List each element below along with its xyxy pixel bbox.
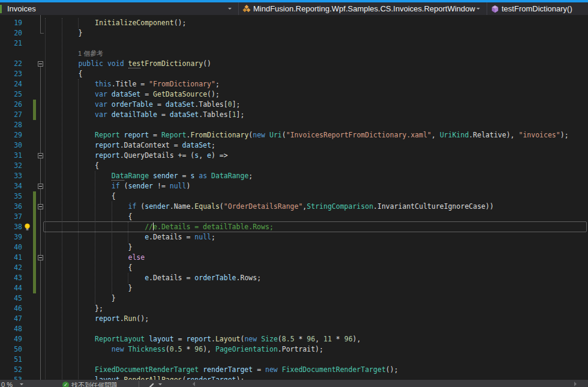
code-text: ReportLayout layout = report.Layout(new … <box>45 334 361 344</box>
line-number: 42 <box>0 263 22 273</box>
line-number: 32 <box>0 161 22 171</box>
glyph-margin <box>22 38 32 49</box>
member-dropdown[interactable]: testFromDictionary() <box>487 2 588 15</box>
glyph-margin <box>22 314 32 324</box>
fold-collapse-toggle[interactable] <box>38 61 43 67</box>
code-text: if (sender != null) <box>45 181 190 191</box>
fold-margin <box>36 293 45 304</box>
fold-margin <box>36 100 45 110</box>
line-number: 49 <box>0 334 22 344</box>
line-number: 51 <box>0 355 22 365</box>
fold-margin <box>36 344 45 355</box>
code-line: 49 ReportLayout layout = report.Layout(n… <box>0 334 588 344</box>
code-line: 35 { <box>0 191 588 202</box>
code-line: 21 <box>0 38 588 49</box>
code-line: 29 Report report = Report.FromDictionary… <box>0 130 588 140</box>
fold-margin <box>36 171 45 181</box>
code-text: } <box>45 242 132 253</box>
glyph-margin <box>22 344 32 355</box>
glyph-margin <box>22 120 32 130</box>
fold-collapse-toggle[interactable] <box>38 184 43 189</box>
line-number: 25 <box>0 89 22 100</box>
class-icon <box>242 5 251 13</box>
codelens-references[interactable]: 1 個參考 <box>45 49 103 59</box>
type-dropdown[interactable]: MindFusion.Reporting.Wpf.Samples.CS.Invo… <box>239 2 487 15</box>
glyph-margin <box>22 324 32 334</box>
fold-margin <box>36 222 45 232</box>
code-line: 47 report.Run(); <box>0 314 588 324</box>
chevron-down-icon[interactable] <box>20 383 23 387</box>
code-line: 51 <box>0 355 588 365</box>
line-number: 29 <box>0 130 22 140</box>
line-number: 38 <box>0 222 22 232</box>
line-number: 20 <box>0 28 22 38</box>
line-number: 19 <box>0 18 22 28</box>
chevron-down-icon[interactable] <box>476 8 480 11</box>
fold-margin <box>36 263 45 273</box>
fold-margin <box>36 242 45 253</box>
glyph-margin <box>22 365 32 375</box>
fold-margin <box>36 304 45 314</box>
code-line: 44 } <box>0 283 588 293</box>
glyph-margin <box>22 151 32 161</box>
code-line: 24 this.Title = "FromDictionary"; <box>0 79 588 89</box>
type-dropdown-label: MindFusion.Reporting.Wpf.Samples.CS.Invo… <box>253 4 475 13</box>
code-text: { <box>45 212 132 222</box>
code-text: public void testFromDictionary() <box>45 59 211 69</box>
fold-margin <box>36 151 45 161</box>
fold-margin <box>36 273 45 283</box>
glyph-margin <box>22 293 32 304</box>
glyph-margin <box>22 49 32 59</box>
scroll-left-arrow-icon[interactable] <box>190 382 195 386</box>
edit-pencil-icon[interactable] <box>148 381 155 387</box>
code-line: 46 }; <box>0 304 588 314</box>
code-text: InitializeComponent(); <box>45 18 186 28</box>
code-line: 20 } <box>0 28 588 38</box>
glyph-margin <box>22 171 32 181</box>
check-circle-icon[interactable]: ✓ <box>62 382 69 387</box>
code-text: } <box>45 293 116 304</box>
fold-collapse-toggle[interactable] <box>38 204 43 209</box>
glyph-margin <box>22 304 32 314</box>
code-editor[interactable]: 19 InitializeComponent();20 }211 個參考22 p… <box>0 15 588 380</box>
fold-margin <box>36 161 45 171</box>
fold-collapse-toggle[interactable] <box>38 255 43 260</box>
fold-margin <box>36 59 45 69</box>
line-number <box>0 49 22 59</box>
chevron-down-icon[interactable] <box>158 383 162 387</box>
line-number: 27 <box>0 110 22 120</box>
code-line: 31 report.QueryDetails += (s, e) => <box>0 151 588 161</box>
line-number: 52 <box>0 365 22 375</box>
glyph-margin <box>22 89 32 100</box>
code-line: 41 else <box>0 253 588 263</box>
code-line: 36 if (sender.Name.Equals("OrderDetailsR… <box>0 202 588 212</box>
glyph-margin <box>22 253 32 263</box>
project-dropdown[interactable]: Invoices <box>0 2 239 15</box>
code-text: report.QueryDetails += (s, e) => <box>45 151 228 161</box>
scroll-right-arrow-icon[interactable] <box>574 382 579 386</box>
line-number: 40 <box>0 242 22 253</box>
line-number: 28 <box>0 120 22 130</box>
line-number: 41 <box>0 253 22 263</box>
file-icon <box>0 5 2 13</box>
code-text: else <box>45 253 145 263</box>
fold-margin <box>36 18 45 28</box>
fold-margin <box>36 232 45 242</box>
fold-margin <box>36 89 45 100</box>
fold-margin <box>36 130 45 140</box>
code-text: e.Details = orderTable.Rows; <box>45 273 261 283</box>
code-text: Report report = Report.FromDictionary(ne… <box>45 130 569 140</box>
glyph-margin <box>22 59 32 69</box>
lightbulb-icon[interactable] <box>22 222 32 232</box>
fold-margin <box>36 253 45 263</box>
fold-collapse-toggle[interactable] <box>38 153 43 158</box>
fold-margin <box>36 120 45 130</box>
fold-margin <box>36 355 45 365</box>
code-text: var orderTable = dataSet.Tables[0]; <box>45 100 241 110</box>
line-number: 33 <box>0 171 22 181</box>
zoom-level[interactable]: 0 % <box>1 381 13 387</box>
code-text: //e.Details = detailTable.Rows; <box>45 222 274 232</box>
line-number: 21 <box>0 38 22 49</box>
chevron-down-icon[interactable] <box>228 8 232 11</box>
glyph-margin <box>22 18 32 28</box>
